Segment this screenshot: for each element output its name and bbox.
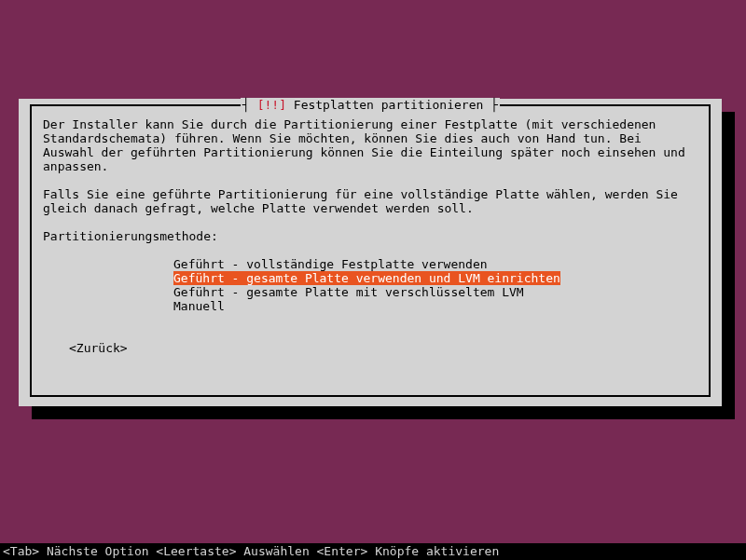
dialog-frame: ┤ [!!] Festplatten partitionieren ├ Der … <box>30 104 711 397</box>
intro-paragraph-2: Falls Sie eine geführte Partitionierung … <box>43 187 698 215</box>
method-label: Partitionierungsmethode: <box>43 229 698 243</box>
partition-dialog: ┤ [!!] Festplatten partitionieren ├ Der … <box>19 99 722 406</box>
method-option-guided-full-disk[interactable]: Geführt - vollständige Festplatte verwen… <box>173 257 488 271</box>
dialog-title-separator-right: ├ <box>483 98 498 112</box>
dialog-title-mark: [!!] <box>257 98 286 112</box>
method-option-list: Geführt - vollständige Festplatte verwen… <box>173 257 698 313</box>
back-button[interactable]: <Zurück> <box>69 341 698 355</box>
method-option-guided-lvm[interactable]: Geführt - gesamte Platte verwenden und L… <box>173 271 560 285</box>
dialog-title-text: Festplatten partitionieren <box>294 98 484 112</box>
method-option-manual[interactable]: Manuell <box>173 299 225 313</box>
dialog-title: ┤ [!!] Festplatten partitionieren ├ <box>32 98 709 112</box>
intro-paragraph-1: Der Installer kann Sie durch die Partiti… <box>43 117 698 173</box>
dialog-title-separator-left: ┤ <box>242 98 257 112</box>
method-option-guided-encrypted-lvm[interactable]: Geführt - gesamte Platte mit verschlüsse… <box>173 285 524 299</box>
help-bar: <Tab> Nächste Option <Leertaste> Auswähl… <box>0 543 746 560</box>
